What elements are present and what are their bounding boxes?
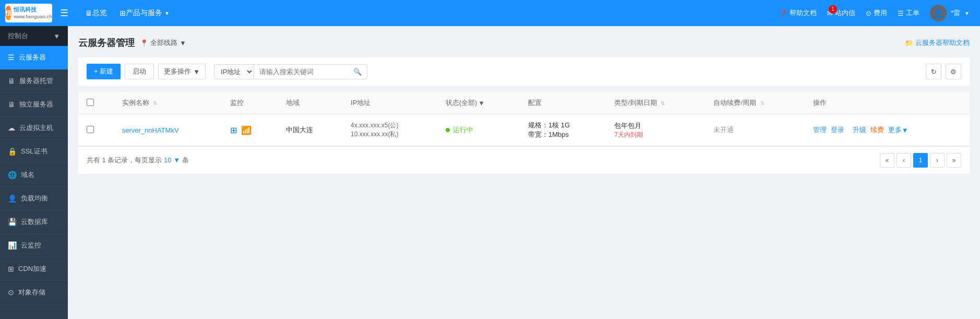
settings-button[interactable]: ⚙ xyxy=(946,64,961,79)
page-title: 云服务器管理 xyxy=(78,37,135,49)
select-all-checkbox[interactable] xyxy=(87,99,94,106)
monitor-icon: 📊 xyxy=(8,241,17,250)
sidebar-control[interactable]: 控制台 ▼ xyxy=(0,26,68,46)
sidebar-item-cloud-monitor[interactable]: 📊 云监控 xyxy=(0,234,68,257)
windows-icon[interactable]: ⊞ xyxy=(230,125,237,135)
ip-private: 10.xxx.xxx.xx(私) xyxy=(351,130,429,139)
bar-chart-icon[interactable]: 📶 xyxy=(241,125,252,135)
region-selector[interactable]: 📍 全部线路 ▼ xyxy=(140,38,186,48)
server-icon: ☰ xyxy=(8,53,15,62)
more-actions-link[interactable]: 更多▼ xyxy=(888,125,909,135)
server-table: 实例名称 ⇅ 监控 地域 IP地址 状态(全部) xyxy=(78,92,970,146)
th-ip: IP地址 xyxy=(342,92,437,114)
search-type-select[interactable]: IP地址 xyxy=(214,65,254,79)
sidebar-item-cloud-vhost[interactable]: ☁ 云虚拟主机 xyxy=(0,116,68,140)
gear-icon: ⚙ xyxy=(950,68,957,76)
messages-link[interactable]: ✉ 1 站内信 xyxy=(822,0,861,26)
balance-icon: 👤 xyxy=(8,194,17,203)
th-config: 配置 xyxy=(520,92,606,114)
pin-icon: 📍 xyxy=(140,39,148,47)
pagination-info: 共有 1 条记录，每页显示 10 ▼ 条 xyxy=(87,156,189,165)
logo-text: 恒讯科技www.henguan.ch xyxy=(14,6,52,20)
autorenew-status: 未开通 xyxy=(713,126,734,134)
vhost-icon: ☁ xyxy=(8,124,15,132)
monitor-icons: ⊞ 📶 xyxy=(230,125,269,135)
sidebar-control-arrow: ▼ xyxy=(53,32,60,40)
create-button[interactable]: + 新建 xyxy=(87,64,121,79)
sidebar-item-dedicated-server[interactable]: 🖥 独立服务器 xyxy=(0,93,68,116)
nav-products[interactable]: ⊞ 产品与服务 ▼ xyxy=(113,0,176,26)
search-input[interactable] xyxy=(254,65,348,78)
avatar: 👤 xyxy=(930,5,947,21)
help-doc-link[interactable]: 📁 云服务器帮助文档 xyxy=(905,38,970,48)
hosting-icon: 🖥 xyxy=(8,77,15,85)
type-sort-icon[interactable]: ⇅ xyxy=(661,100,665,106)
login-link[interactable]: 登录 xyxy=(831,125,844,135)
td-monitor: ⊞ 📶 xyxy=(222,114,278,146)
name-sort-icon[interactable]: ⇅ xyxy=(153,100,157,106)
upgrade-link[interactable]: 升级 xyxy=(853,125,866,135)
sidebar-item-cdn[interactable]: ⊞ CDN加速 xyxy=(0,257,68,281)
td-autorenew: 未开通 xyxy=(705,114,804,146)
pagination-buttons: « ‹ 1 › » xyxy=(880,153,961,168)
page-header: 云服务器管理 📍 全部线路 ▼ 📁 云服务器帮助文档 xyxy=(78,37,970,49)
grid-icon: ⊞ xyxy=(119,9,126,17)
first-page-button[interactable]: « xyxy=(880,153,894,168)
ip-public: 4x.xxx.xxx.x5(公) xyxy=(351,121,429,130)
th-monitor: 监控 xyxy=(222,92,278,114)
user-chevron-icon: ▼ xyxy=(964,10,970,16)
status-filter-icon[interactable]: ▼ xyxy=(478,99,485,107)
billing-link[interactable]: ⊙ 费用 xyxy=(861,0,892,26)
hamburger-icon[interactable]: ☰ xyxy=(60,7,68,19)
billing-type: 包年包月 xyxy=(614,121,697,131)
ticket-icon: ☰ xyxy=(898,9,904,17)
search-area: IP地址 🔍 xyxy=(214,64,367,79)
logo[interactable]: 恒 恒讯科技www.henguan.ch xyxy=(5,4,52,22)
sidebar-item-domain[interactable]: 🌐 域名 xyxy=(0,163,68,187)
manage-link[interactable]: 管理 xyxy=(813,125,827,135)
renew-sort-icon[interactable]: ⇅ xyxy=(760,100,764,106)
last-page-button[interactable]: » xyxy=(947,153,961,168)
sidebar-item-object-storage[interactable]: ⊙ 对象存储 xyxy=(0,281,68,304)
per-page-selector[interactable]: 10 ▼ xyxy=(164,156,182,164)
td-name: server_nnHATMkV xyxy=(114,114,222,146)
start-button[interactable]: 启动 xyxy=(125,64,154,79)
refresh-button[interactable]: ↻ xyxy=(926,64,941,79)
td-actions: 管理 登录 升级 续费 更多▼ ➜ xyxy=(805,114,970,146)
expire-warning: 7天内到期 xyxy=(614,131,697,139)
ticket-link[interactable]: ☰ 工单 xyxy=(892,0,925,26)
message-badge-wrap: ✉ 1 xyxy=(827,9,833,17)
td-status: 运行中 xyxy=(437,114,520,146)
sidebar-item-server-hosting[interactable]: 🖥 服务器托管 xyxy=(0,69,68,93)
th-actions: 操作 xyxy=(805,92,970,114)
sidebar-item-load-balance[interactable]: 👤 负载均衡 xyxy=(0,187,68,210)
page-1-button[interactable]: 1 xyxy=(913,153,928,168)
folder-icon: 📁 xyxy=(905,39,913,47)
more-arrow-icon: ▼ xyxy=(193,68,200,76)
help-doc-link[interactable]: ❓ 帮助文档 xyxy=(774,0,822,26)
th-name: 实例名称 ⇅ xyxy=(114,92,222,114)
sidebar-item-ssl[interactable]: 🔒 SSL证书 xyxy=(0,140,68,163)
next-page-button[interactable]: › xyxy=(930,153,945,168)
top-nav: 恒 恒讯科技www.henguan.ch ☰ 🖥 总览 ⊞ 产品与服务 ▼ ❓ … xyxy=(0,0,980,26)
sidebar-item-cloud-db[interactable]: 💾 云数据库 xyxy=(0,210,68,234)
server-name-link[interactable]: server_nnHATMkV xyxy=(122,126,179,134)
toolbar-right: ↻ ⚙ xyxy=(926,64,961,79)
td-region: 中国大连 xyxy=(278,114,342,146)
table-container: 实例名称 ⇅ 监控 地域 IP地址 状态(全部) xyxy=(78,92,970,174)
domain-icon: 🌐 xyxy=(8,171,17,179)
sidebar-item-cloud-server[interactable]: ☰ 云服务器 xyxy=(0,46,68,69)
row-checkbox[interactable] xyxy=(87,126,94,133)
user-menu[interactable]: 👤 *雷 ▼ xyxy=(925,0,975,26)
prev-page-button[interactable]: ‹ xyxy=(897,153,911,168)
td-ip: 4x.xxx.xxx.x5(公) 10.xxx.xxx.xx(私) xyxy=(342,114,437,146)
refresh-icon: ↻ xyxy=(931,68,937,76)
renew-link[interactable]: 续费 xyxy=(870,125,884,135)
more-actions-button[interactable]: 更多操作 ▼ xyxy=(158,64,206,79)
search-icon[interactable]: 🔍 xyxy=(348,65,367,78)
region-arrow-icon: ▼ xyxy=(180,39,186,47)
nav-overview[interactable]: 🖥 总览 xyxy=(79,0,113,26)
action-links: 管理 登录 升级 续费 更多▼ xyxy=(813,125,961,135)
more-chevron-icon: ▼ xyxy=(902,126,909,134)
storage-icon: ⊙ xyxy=(8,288,14,297)
